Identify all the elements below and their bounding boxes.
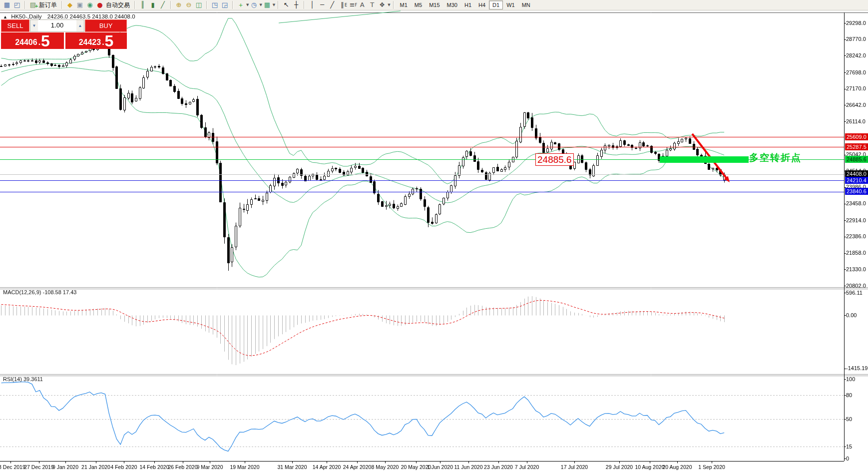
price-tick: 27698.0 bbox=[846, 69, 866, 75]
price-tick: 22386.0 bbox=[846, 233, 866, 239]
date-tick-label: 29 Jul 2020 bbox=[606, 464, 633, 470]
price-tick: 21858.0 bbox=[846, 250, 866, 256]
channel-icon[interactable]: ∥E bbox=[338, 0, 347, 9]
horizontal-line-25287.5[interactable] bbox=[0, 147, 844, 147]
vertical-line-icon[interactable]: │ bbox=[308, 0, 317, 9]
volume-value[interactable]: 1.00 bbox=[38, 20, 76, 31]
template-icon[interactable]: ▦ bbox=[263, 0, 272, 9]
horizontal-line-icon[interactable]: ─ bbox=[318, 0, 327, 9]
date-tick-label: 11 Jun 2020 bbox=[454, 464, 482, 470]
macd-axis-tick: -1415.19 bbox=[846, 365, 868, 371]
cursor-icon[interactable]: ↖ bbox=[282, 0, 291, 9]
date-tick-label: 10 Aug 2020 bbox=[635, 464, 665, 470]
timeframe-m15[interactable]: M15 bbox=[426, 0, 443, 9]
indicator-window-icon[interactable]: ◳ bbox=[210, 0, 219, 9]
bar-chart-icon[interactable]: ║ bbox=[138, 0, 147, 9]
date-tick-label: 26 Feb 2020 bbox=[168, 464, 198, 470]
autotrade-icon-label[interactable]: 自动交易 bbox=[106, 1, 130, 9]
horizontal-line-25609[interactable] bbox=[0, 137, 844, 137]
signal-icon[interactable]: ◉ bbox=[85, 0, 94, 9]
volume-decrease-button[interactable]: ▼ bbox=[30, 20, 38, 31]
shapes-icon-dropdown[interactable]: ▼ bbox=[388, 3, 390, 7]
label-icon[interactable]: T bbox=[368, 0, 377, 9]
macd-axis-tick: 596.11 bbox=[846, 290, 863, 296]
date-tick-label: 9 Mar 2020 bbox=[196, 464, 223, 470]
separate-window-icon[interactable]: ◲ bbox=[220, 0, 229, 9]
horizontal-line-23840.6[interactable] bbox=[0, 192, 844, 192]
shapes-icon[interactable]: ❖ bbox=[378, 0, 387, 9]
price-tick: 23458.0 bbox=[846, 200, 866, 206]
period-icon[interactable]: ◷ bbox=[249, 0, 258, 9]
timeframe-mn[interactable]: MN bbox=[518, 0, 534, 9]
date-tick-label: 9 Jan 2020 bbox=[52, 464, 78, 470]
price-tick: 26642.0 bbox=[846, 102, 866, 108]
zoom-out-icon[interactable]: ⊖ bbox=[184, 0, 193, 9]
tile-windows-icon[interactable]: ◫ bbox=[194, 0, 203, 9]
turning-point-text[interactable]: 多空转折点 bbox=[749, 151, 802, 164]
sell-price[interactable]: 24406.5 bbox=[1, 32, 64, 49]
price-tick: 26114.0 bbox=[846, 118, 866, 124]
crosshair-icon[interactable]: ┼ bbox=[292, 0, 301, 9]
trendline-icon[interactable]: ╱ bbox=[328, 0, 337, 9]
price-level-tag: 23840.6 bbox=[845, 188, 868, 195]
horizontal-line-24408[interactable] bbox=[0, 174, 844, 175]
date-tick-label: 31 Mar 2020 bbox=[278, 464, 307, 470]
date-tick-label: 14 Apr 2020 bbox=[313, 464, 341, 470]
template-icon-dropdown[interactable]: ▼ bbox=[273, 3, 275, 7]
volume-stepper: ▼ 1.00 ▲ bbox=[30, 19, 84, 32]
macd-indicator-label: MACD(12,26,9) -108.58 17.43 bbox=[3, 289, 76, 295]
candle-chart-icon[interactable]: ▮ bbox=[148, 0, 157, 9]
price-tick: 28242.0 bbox=[846, 52, 866, 58]
add-indicator-icon-dropdown[interactable]: ▼ bbox=[246, 3, 249, 7]
timeframe-h1[interactable]: H1 bbox=[461, 0, 475, 9]
timeframe-w1[interactable]: W1 bbox=[503, 0, 518, 9]
date-tick-label: 7 Jul 2020 bbox=[515, 464, 539, 470]
period-icon-dropdown[interactable]: ▼ bbox=[259, 3, 262, 7]
autotrade-icon[interactable]: ● bbox=[95, 0, 104, 9]
date-tick-label: 23 Jun 2020 bbox=[484, 464, 513, 470]
mt4-window: ▦◰▤+新订单◆▣◉●自动交易║▮╱⊕⊖◫◳◲＋▼◷▼▦▼↖┼│─╱∥E≡FAT… bbox=[0, 0, 868, 472]
date-tick-label: 4 Feb 2020 bbox=[110, 464, 137, 470]
timeframe-h4[interactable]: H4 bbox=[475, 0, 489, 9]
price-level-tag: 25609.0 bbox=[845, 133, 868, 140]
turning-point-zone[interactable] bbox=[660, 156, 749, 163]
charts-grid-icon[interactable]: ▦ bbox=[2, 0, 11, 9]
rsi-axis-tick: 100 bbox=[846, 376, 855, 382]
new-order-icon[interactable]: ▤+ bbox=[28, 0, 37, 9]
rsi-axis-tick: 0 bbox=[846, 456, 849, 462]
line-chart-icon[interactable]: ╱ bbox=[158, 0, 167, 9]
rsi-axis-tick: 50 bbox=[846, 416, 852, 422]
text-icon[interactable]: A bbox=[358, 0, 367, 9]
price-tick: 20802.0 bbox=[846, 283, 866, 289]
main-toolbar: ▦◰▤+新订单◆▣◉●自动交易║▮╱⊕⊖◫◳◲＋▼◷▼▦▼↖┼│─╱∥E≡FAT… bbox=[0, 0, 868, 10]
price-level-tag: 24210.4 bbox=[845, 177, 868, 184]
price-chart-canvas[interactable] bbox=[0, 0, 868, 472]
timeframe-m1[interactable]: M1 bbox=[397, 0, 411, 9]
timeframe-m30[interactable]: M30 bbox=[443, 0, 461, 9]
timeframe-m5[interactable]: M5 bbox=[411, 0, 426, 9]
price-tick: 28770.0 bbox=[846, 36, 866, 42]
level-price-flag[interactable]: 24885.6 bbox=[535, 153, 574, 166]
date-tick-label: 19 Mar 2020 bbox=[230, 464, 260, 470]
timeframe-d1[interactable]: D1 bbox=[489, 0, 503, 9]
add-indicator-icon[interactable]: ＋ bbox=[236, 0, 245, 9]
zoom-in-icon[interactable]: ⊕ bbox=[174, 0, 183, 9]
date-tick-label: 20 Aug 2020 bbox=[663, 464, 692, 470]
rsi-axis-tick: 15 bbox=[846, 444, 852, 450]
one-click-trading-panel: SELL ▼ 1.00 ▲ BUY 24406.5 24423.5 bbox=[1, 19, 127, 49]
date-tick-label: 8 May 2020 bbox=[372, 464, 399, 470]
volume-increase-button[interactable]: ▲ bbox=[76, 20, 84, 31]
horizontal-line-24210.4[interactable] bbox=[0, 180, 844, 181]
terminal-icon[interactable]: ▣ bbox=[75, 0, 84, 9]
price-tick: 21330.0 bbox=[846, 266, 866, 272]
package-icon[interactable]: ◆ bbox=[65, 0, 74, 9]
market-watch-icon[interactable]: ◰ bbox=[12, 0, 21, 9]
buy-button[interactable]: BUY bbox=[85, 19, 127, 32]
date-tick-label: 24 Apr 2020 bbox=[343, 464, 372, 470]
rsi-axis-tick: 80 bbox=[846, 392, 852, 398]
new-order-icon-label[interactable]: 新订单 bbox=[39, 1, 57, 9]
fibonacci-icon[interactable]: ≡F bbox=[348, 0, 357, 9]
sell-button[interactable]: SELL bbox=[1, 19, 29, 32]
buy-price[interactable]: 24423.5 bbox=[65, 32, 127, 49]
date-tick-label: 21 Jan 2020 bbox=[81, 464, 110, 470]
